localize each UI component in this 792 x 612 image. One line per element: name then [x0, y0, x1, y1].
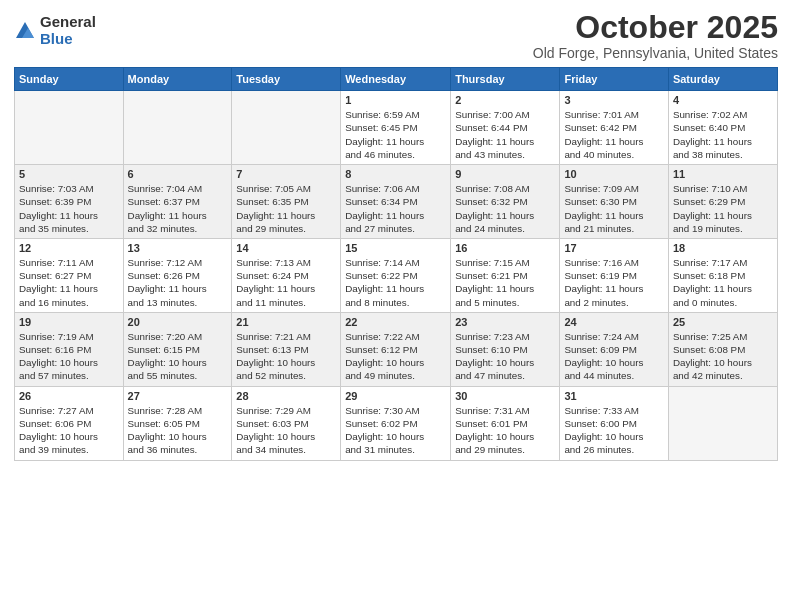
day-info: Sunrise: 6:59 AMSunset: 6:45 PMDaylight:… [345, 108, 446, 161]
day-number: 30 [455, 390, 555, 402]
day-info: Sunrise: 7:06 AMSunset: 6:34 PMDaylight:… [345, 182, 446, 235]
day-info: Sunrise: 7:22 AMSunset: 6:12 PMDaylight:… [345, 330, 446, 383]
header-wednesday: Wednesday [341, 68, 451, 91]
header-tuesday: Tuesday [232, 68, 341, 91]
day-info: Sunrise: 7:19 AMSunset: 6:16 PMDaylight:… [19, 330, 119, 383]
calendar-header-row: Sunday Monday Tuesday Wednesday Thursday… [15, 68, 778, 91]
table-row: 26Sunrise: 7:27 AMSunset: 6:06 PMDayligh… [15, 386, 124, 460]
day-info: Sunrise: 7:28 AMSunset: 6:05 PMDaylight:… [128, 404, 228, 457]
day-number: 1 [345, 94, 446, 106]
table-row: 2Sunrise: 7:00 AMSunset: 6:44 PMDaylight… [451, 91, 560, 165]
day-info: Sunrise: 7:02 AMSunset: 6:40 PMDaylight:… [673, 108, 773, 161]
header-sunday: Sunday [15, 68, 124, 91]
day-info: Sunrise: 7:29 AMSunset: 6:03 PMDaylight:… [236, 404, 336, 457]
table-row [123, 91, 232, 165]
day-info: Sunrise: 7:05 AMSunset: 6:35 PMDaylight:… [236, 182, 336, 235]
logo-general: General [40, 14, 96, 31]
day-info: Sunrise: 7:23 AMSunset: 6:10 PMDaylight:… [455, 330, 555, 383]
calendar-week-row: 26Sunrise: 7:27 AMSunset: 6:06 PMDayligh… [15, 386, 778, 460]
day-info: Sunrise: 7:09 AMSunset: 6:30 PMDaylight:… [564, 182, 663, 235]
day-info: Sunrise: 7:11 AMSunset: 6:27 PMDaylight:… [19, 256, 119, 309]
table-row: 8Sunrise: 7:06 AMSunset: 6:34 PMDaylight… [341, 165, 451, 239]
calendar-subtitle: Old Forge, Pennsylvania, United States [533, 45, 778, 61]
table-row: 13Sunrise: 7:12 AMSunset: 6:26 PMDayligh… [123, 238, 232, 312]
day-number: 17 [564, 242, 663, 254]
day-number: 11 [673, 168, 773, 180]
day-info: Sunrise: 7:21 AMSunset: 6:13 PMDaylight:… [236, 330, 336, 383]
header-saturday: Saturday [668, 68, 777, 91]
table-row: 20Sunrise: 7:20 AMSunset: 6:15 PMDayligh… [123, 312, 232, 386]
day-number: 29 [345, 390, 446, 402]
day-number: 7 [236, 168, 336, 180]
day-info: Sunrise: 7:14 AMSunset: 6:22 PMDaylight:… [345, 256, 446, 309]
table-row: 24Sunrise: 7:24 AMSunset: 6:09 PMDayligh… [560, 312, 668, 386]
day-info: Sunrise: 7:04 AMSunset: 6:37 PMDaylight:… [128, 182, 228, 235]
day-number: 22 [345, 316, 446, 328]
calendar-table: Sunday Monday Tuesday Wednesday Thursday… [14, 67, 778, 460]
header-monday: Monday [123, 68, 232, 91]
day-number: 21 [236, 316, 336, 328]
day-number: 8 [345, 168, 446, 180]
table-row: 16Sunrise: 7:15 AMSunset: 6:21 PMDayligh… [451, 238, 560, 312]
day-number: 18 [673, 242, 773, 254]
day-number: 10 [564, 168, 663, 180]
table-row [668, 386, 777, 460]
logo-blue: Blue [40, 31, 96, 48]
day-info: Sunrise: 7:15 AMSunset: 6:21 PMDaylight:… [455, 256, 555, 309]
day-number: 31 [564, 390, 663, 402]
day-info: Sunrise: 7:00 AMSunset: 6:44 PMDaylight:… [455, 108, 555, 161]
day-number: 20 [128, 316, 228, 328]
day-info: Sunrise: 7:31 AMSunset: 6:01 PMDaylight:… [455, 404, 555, 457]
day-info: Sunrise: 7:33 AMSunset: 6:00 PMDaylight:… [564, 404, 663, 457]
table-row: 22Sunrise: 7:22 AMSunset: 6:12 PMDayligh… [341, 312, 451, 386]
day-info: Sunrise: 7:24 AMSunset: 6:09 PMDaylight:… [564, 330, 663, 383]
day-number: 13 [128, 242, 228, 254]
day-info: Sunrise: 7:17 AMSunset: 6:18 PMDaylight:… [673, 256, 773, 309]
table-row: 30Sunrise: 7:31 AMSunset: 6:01 PMDayligh… [451, 386, 560, 460]
day-number: 12 [19, 242, 119, 254]
table-row: 3Sunrise: 7:01 AMSunset: 6:42 PMDaylight… [560, 91, 668, 165]
header-friday: Friday [560, 68, 668, 91]
table-row: 10Sunrise: 7:09 AMSunset: 6:30 PMDayligh… [560, 165, 668, 239]
day-number: 16 [455, 242, 555, 254]
table-row: 27Sunrise: 7:28 AMSunset: 6:05 PMDayligh… [123, 386, 232, 460]
day-number: 19 [19, 316, 119, 328]
day-number: 24 [564, 316, 663, 328]
day-info: Sunrise: 7:27 AMSunset: 6:06 PMDaylight:… [19, 404, 119, 457]
header: General Blue October 2025 Old Forge, Pen… [14, 10, 778, 61]
day-info: Sunrise: 7:12 AMSunset: 6:26 PMDaylight:… [128, 256, 228, 309]
day-number: 6 [128, 168, 228, 180]
day-number: 3 [564, 94, 663, 106]
day-info: Sunrise: 7:13 AMSunset: 6:24 PMDaylight:… [236, 256, 336, 309]
table-row: 6Sunrise: 7:04 AMSunset: 6:37 PMDaylight… [123, 165, 232, 239]
logo: General Blue [14, 14, 96, 47]
calendar-week-row: 19Sunrise: 7:19 AMSunset: 6:16 PMDayligh… [15, 312, 778, 386]
table-row: 7Sunrise: 7:05 AMSunset: 6:35 PMDaylight… [232, 165, 341, 239]
table-row: 28Sunrise: 7:29 AMSunset: 6:03 PMDayligh… [232, 386, 341, 460]
table-row: 17Sunrise: 7:16 AMSunset: 6:19 PMDayligh… [560, 238, 668, 312]
calendar-week-row: 12Sunrise: 7:11 AMSunset: 6:27 PMDayligh… [15, 238, 778, 312]
day-info: Sunrise: 7:10 AMSunset: 6:29 PMDaylight:… [673, 182, 773, 235]
calendar-week-row: 5Sunrise: 7:03 AMSunset: 6:39 PMDaylight… [15, 165, 778, 239]
day-info: Sunrise: 7:08 AMSunset: 6:32 PMDaylight:… [455, 182, 555, 235]
day-info: Sunrise: 7:20 AMSunset: 6:15 PMDaylight:… [128, 330, 228, 383]
day-number: 5 [19, 168, 119, 180]
day-number: 15 [345, 242, 446, 254]
table-row: 5Sunrise: 7:03 AMSunset: 6:39 PMDaylight… [15, 165, 124, 239]
table-row: 18Sunrise: 7:17 AMSunset: 6:18 PMDayligh… [668, 238, 777, 312]
table-row: 11Sunrise: 7:10 AMSunset: 6:29 PMDayligh… [668, 165, 777, 239]
title-area: October 2025 Old Forge, Pennsylvania, Un… [533, 10, 778, 61]
day-info: Sunrise: 7:30 AMSunset: 6:02 PMDaylight:… [345, 404, 446, 457]
table-row: 31Sunrise: 7:33 AMSunset: 6:00 PMDayligh… [560, 386, 668, 460]
table-row: 15Sunrise: 7:14 AMSunset: 6:22 PMDayligh… [341, 238, 451, 312]
calendar-week-row: 1Sunrise: 6:59 AMSunset: 6:45 PMDaylight… [15, 91, 778, 165]
calendar-title: October 2025 [533, 10, 778, 45]
day-number: 14 [236, 242, 336, 254]
day-number: 23 [455, 316, 555, 328]
table-row: 9Sunrise: 7:08 AMSunset: 6:32 PMDaylight… [451, 165, 560, 239]
header-thursday: Thursday [451, 68, 560, 91]
table-row: 14Sunrise: 7:13 AMSunset: 6:24 PMDayligh… [232, 238, 341, 312]
table-row: 1Sunrise: 6:59 AMSunset: 6:45 PMDaylight… [341, 91, 451, 165]
page: General Blue October 2025 Old Forge, Pen… [0, 0, 792, 612]
logo-text: General Blue [40, 14, 96, 47]
